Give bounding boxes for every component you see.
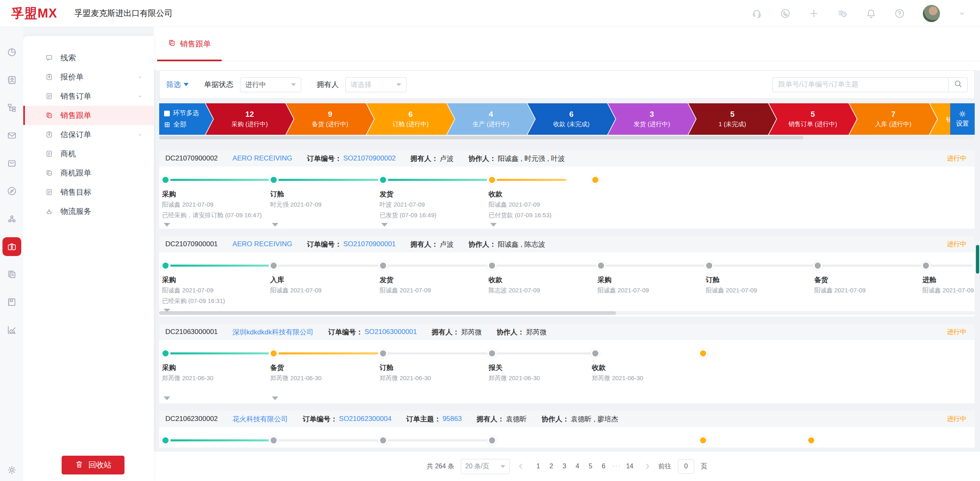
timeline-node[interactable]	[808, 437, 814, 443]
filter-toggle[interactable]: 筛选	[166, 80, 189, 89]
rail-item-shopping-bag-icon[interactable]	[0, 149, 23, 177]
owner-select[interactable]: 请选择	[345, 77, 407, 92]
expand-toggle[interactable]	[490, 223, 497, 227]
vertical-scrollbar[interactable]	[976, 245, 979, 274]
stage-chevron-2[interactable]: 9 备货 (进行中)	[286, 103, 374, 135]
timeline-node[interactable]	[815, 263, 821, 269]
timeline-node[interactable]	[489, 263, 495, 269]
rail-item-share-network-icon[interactable]	[0, 205, 23, 233]
timeline-node[interactable]	[271, 437, 277, 443]
menu-item-3[interactable]: 销售订单	[23, 87, 154, 106]
plus-icon[interactable]	[809, 8, 819, 19]
timeline-node[interactable]	[271, 263, 277, 269]
timeline-node[interactable]	[700, 350, 706, 356]
page-number-2[interactable]: 2	[545, 461, 558, 472]
topic-value[interactable]: 95863	[442, 415, 462, 423]
help-icon[interactable]	[894, 8, 905, 19]
menu-item-4[interactable]: 销售跟单	[23, 106, 154, 125]
customer-link[interactable]: 花火科技有限公司	[233, 414, 288, 424]
scrollbar-thumb[interactable]	[159, 311, 616, 315]
timeline-node[interactable]	[271, 350, 277, 356]
timeline-node[interactable]	[700, 437, 706, 443]
menu-item-5[interactable]: 信保订单	[23, 125, 154, 144]
expand-toggle[interactable]	[164, 223, 170, 227]
history-icon[interactable]	[837, 8, 848, 19]
chevron-down-icon[interactable]	[958, 9, 966, 18]
page-number-14[interactable]: 14	[623, 461, 636, 472]
order-no-value[interactable]: SO21062300004	[339, 415, 392, 423]
order-no-value[interactable]: SO21070900002	[343, 154, 396, 163]
recycle-bin-button[interactable]: 回收站	[62, 456, 124, 474]
page-number-4[interactable]: 4	[571, 461, 584, 472]
next-page-button[interactable]	[643, 462, 652, 471]
rail-item-org-chart-icon[interactable]	[0, 94, 23, 122]
menu-item-2[interactable]: 报价单	[23, 67, 154, 87]
stage-chevron-5[interactable]: 6 收款 (未完成)	[527, 103, 615, 135]
timeline-node[interactable]	[489, 350, 495, 356]
timeline-node[interactable]	[380, 437, 386, 443]
timeline-node[interactable]	[162, 437, 169, 443]
phone-icon[interactable]	[780, 8, 791, 19]
page-number-6[interactable]: 6	[597, 461, 610, 472]
bell-icon[interactable]	[866, 8, 876, 19]
page-number-1[interactable]: 1	[532, 461, 545, 472]
menu-item-1[interactable]: 线索	[23, 48, 154, 67]
timeline-node[interactable]	[380, 177, 386, 183]
rail-item-mail-icon[interactable]	[0, 122, 23, 149]
timeline-node[interactable]	[592, 177, 598, 183]
timeline-node[interactable]	[489, 177, 495, 183]
stage-chevron-4[interactable]: 4 生产 (进行中)	[447, 103, 535, 135]
timeline-node[interactable]	[489, 437, 495, 443]
timeline-node[interactable]	[380, 350, 386, 356]
timeline-node[interactable]	[592, 350, 598, 356]
customer-link[interactable]: AERO RECEIVING	[233, 154, 292, 163]
search-button[interactable]	[948, 77, 968, 92]
rail-item-notebook-icon[interactable]	[0, 288, 23, 316]
timeline-node[interactable]	[923, 263, 929, 269]
page-number-5[interactable]: 5	[584, 461, 597, 472]
horizontal-scrollbar[interactable]	[159, 311, 975, 315]
rail-item-chart-growth-icon[interactable]	[0, 316, 23, 344]
goto-page-input[interactable]	[678, 459, 694, 474]
rail-item-gear-icon[interactable]	[0, 465, 23, 475]
checkbox-icon[interactable]	[164, 111, 170, 116]
status-select[interactable]: 进行中	[240, 77, 301, 92]
menu-item-6[interactable]: 商机	[23, 144, 154, 163]
prev-page-button[interactable]	[516, 462, 525, 471]
rail-item-contacts-icon[interactable]	[0, 66, 23, 94]
menu-item-8[interactable]: 销售目标	[23, 183, 154, 202]
timeline-node[interactable]	[271, 177, 277, 183]
timeline-node[interactable]	[162, 177, 169, 183]
expand-toggle[interactable]	[381, 223, 388, 227]
avatar[interactable]	[923, 5, 940, 22]
timeline-node[interactable]	[162, 263, 169, 269]
menu-item-9[interactable]: 物流服务	[23, 202, 154, 221]
customer-link[interactable]: 深圳kdkdkdk科技有限公司	[233, 327, 313, 337]
order-no-value[interactable]: SO21070900001	[343, 240, 396, 248]
page-number-3[interactable]: 3	[558, 461, 571, 472]
customer-link[interactable]: AERO RECEIVING	[233, 240, 292, 248]
stage-chevron-3[interactable]: 6 订舱 (进行中)	[367, 103, 454, 135]
expand-toggle[interactable]	[272, 223, 278, 227]
rail-item-briefcase-dollar-icon[interactable]	[0, 233, 23, 261]
page-ellipsis[interactable]: ···	[610, 461, 623, 472]
expand-toggle[interactable]	[164, 396, 170, 400]
timeline-node[interactable]	[706, 263, 712, 269]
stage-multi-select[interactable]: 环节多选 全部	[159, 103, 213, 135]
rail-item-documents-icon[interactable]	[0, 261, 23, 288]
stage-settings-button[interactable]: 设置	[950, 103, 975, 135]
menu-item-7[interactable]: 商机跟单	[23, 163, 154, 183]
stage-chevron-7[interactable]: 5 1 (未完成)	[689, 103, 776, 135]
scrollbar-thumb[interactable]	[159, 136, 803, 139]
stage-chevron-1[interactable]: 12 采购 (进行中)	[206, 103, 293, 135]
search-input[interactable]	[772, 77, 948, 92]
stage-chevron-8[interactable]: 5 销售订单 (进行中)	[769, 103, 857, 135]
timeline-node[interactable]	[598, 263, 604, 269]
stage-chevron-9[interactable]: 7 入库 (进行中)	[849, 103, 937, 135]
timeline-node[interactable]	[380, 263, 386, 269]
expand-toggle[interactable]	[272, 396, 278, 400]
timeline-node[interactable]	[162, 350, 169, 356]
rail-item-pie-chart-icon[interactable]	[0, 38, 23, 66]
headset-icon[interactable]	[751, 8, 762, 19]
rail-item-compass-icon[interactable]	[0, 177, 23, 205]
